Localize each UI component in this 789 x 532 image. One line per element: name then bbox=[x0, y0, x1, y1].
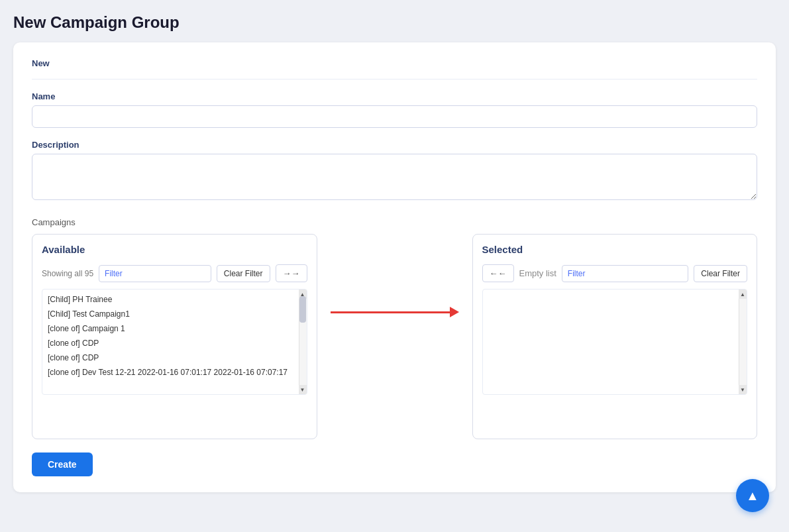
fab-button[interactable]: ▲ bbox=[736, 479, 769, 512]
selected-filter-input[interactable] bbox=[562, 265, 688, 282]
list-item[interactable]: [clone of] Dev Test 12-21 2022-01-16 07:… bbox=[42, 365, 307, 380]
list-item[interactable]: [Child] PH Trainee bbox=[42, 292, 307, 307]
selected-scrollbar-down-arrow[interactable]: ▼ bbox=[739, 385, 747, 394]
available-toolbar: Showing all 95 Clear Filter →→ bbox=[42, 264, 307, 282]
red-arrow-head bbox=[450, 307, 459, 317]
available-scrollbar-track: ▲ ▼ bbox=[299, 290, 307, 394]
name-label: Name bbox=[32, 91, 757, 101]
create-button[interactable]: Create bbox=[32, 452, 93, 476]
available-title: Available bbox=[42, 244, 307, 255]
available-list-container: [Child] PH Trainee[Child] Test Campaign1… bbox=[42, 289, 307, 395]
arrow-area bbox=[331, 234, 459, 317]
empty-list-text: Empty list bbox=[519, 266, 556, 281]
dual-list-wrapper: Available Showing all 95 Clear Filter →→… bbox=[32, 234, 757, 439]
move-all-button[interactable]: →→ bbox=[276, 264, 307, 282]
selected-toolbar: ←← Empty list Clear Filter bbox=[482, 264, 748, 282]
list-item[interactable]: [clone of] CDP bbox=[42, 336, 307, 350]
scrollbar-down-arrow[interactable]: ▼ bbox=[299, 385, 307, 394]
list-item[interactable]: [clone of] Campaign 1 bbox=[42, 321, 307, 336]
list-item[interactable]: [Child] Test Campaign1 bbox=[42, 307, 307, 321]
main-card: New Name Description Campaigns Available… bbox=[13, 42, 776, 492]
red-arrow bbox=[331, 307, 459, 317]
list-item[interactable]: [clone of] CDP bbox=[42, 350, 307, 365]
description-input[interactable] bbox=[32, 154, 757, 200]
section-label: New bbox=[32, 58, 757, 68]
name-input[interactable] bbox=[32, 105, 757, 128]
showing-text: Showing all 95 bbox=[42, 269, 93, 278]
selected-list-container: ▲ ▼ bbox=[482, 289, 748, 395]
move-all-back-button[interactable]: ←← bbox=[482, 264, 514, 282]
selected-list-box: Selected ←← Empty list Clear Filter ▲ ▼ bbox=[472, 234, 758, 439]
selected-scrollbar-up-arrow[interactable]: ▲ bbox=[739, 290, 747, 299]
red-arrow-line bbox=[331, 311, 450, 313]
scrollbar-thumb[interactable] bbox=[299, 296, 306, 323]
selected-title: Selected bbox=[482, 244, 748, 255]
page-title: New Campaign Group bbox=[13, 13, 776, 32]
available-clear-filter-button[interactable]: Clear Filter bbox=[217, 265, 270, 282]
available-filter-input[interactable] bbox=[99, 265, 211, 282]
selected-clear-filter-button[interactable]: Clear Filter bbox=[694, 265, 747, 282]
selected-items-list bbox=[483, 290, 747, 394]
selected-scrollbar-track: ▲ ▼ bbox=[739, 290, 747, 394]
available-items-list: [Child] PH Trainee[Child] Test Campaign1… bbox=[42, 290, 307, 394]
campaigns-label: Campaigns bbox=[32, 217, 757, 227]
available-list-box: Available Showing all 95 Clear Filter →→… bbox=[32, 234, 317, 439]
description-label: Description bbox=[32, 140, 757, 150]
